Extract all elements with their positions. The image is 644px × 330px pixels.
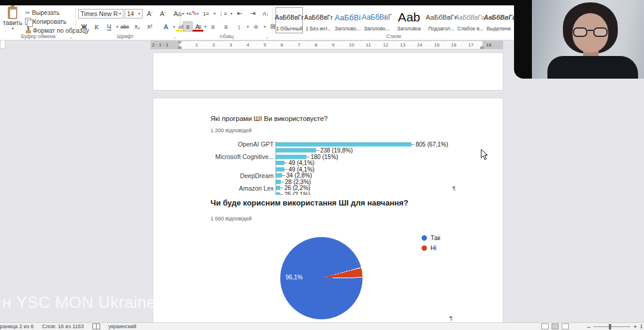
style-card-1-без-инт-[interactable]: АаБбВвГг1 Без инт... [305,7,332,33]
decrease-indent-button[interactable]: ⇤ [234,8,246,18]
style-name: 1 Обычный [276,26,302,32]
justify-button[interactable]: ≡ [220,21,232,32]
web-layout-button[interactable] [562,323,569,329]
cut-label: Вырезать [32,9,60,16]
style-card-заголово-[interactable]: АаБбВіЗаголово... [334,7,361,33]
bar-plot: 805 (67,1%) [275,141,448,148]
shrink-font-button[interactable]: Аˇ [157,8,169,18]
bar-leader-line [284,163,287,163]
grow-font-button[interactable]: Аˆ [144,8,156,18]
ruler-tick: · [222,41,224,49]
ruler-tick: · [205,41,206,49]
bold-button[interactable]: Ж [78,21,90,32]
numbering-button[interactable]: 1≡ [200,8,212,18]
ruler-tick: · [341,41,343,49]
paragraph-dialog-launcher[interactable]: ⌟ [266,34,268,39]
bar-row: DeepDream34 (2,8%) [153,173,451,179]
read-mode-button[interactable] [541,323,549,329]
proofing-icon[interactable] [92,323,100,329]
italic-button[interactable]: К [91,21,103,32]
ruler-right-margin: 18 [482,41,503,49]
bar [276,186,280,190]
bar-category-label: OpenAI GPT [153,141,275,148]
align-right-button[interactable]: ≡ [207,21,219,32]
bar [276,161,284,165]
bar-value-label: 34 (2,8%) [286,172,312,179]
bar-leader-line [316,150,319,151]
document-page-2[interactable]: Які програми ШІ Ви використовуєте? 1 200… [153,98,503,322]
ruler-number: 12 [383,41,388,49]
text-effects-button[interactable]: А [160,21,172,32]
style-card-слабое-в-[interactable]: АаБбВвГг,Слабое в... [457,7,484,33]
line-spacing-button[interactable]: ↕ [233,21,245,32]
font-size-value: 14 [127,10,134,17]
word-count[interactable]: Слов: 16 из 1163 [42,323,83,329]
paste-button[interactable]: тавить ▾ [1,7,24,31]
zoom-slider[interactable] [593,326,630,327]
paste-dropdown-icon[interactable]: ▾ [2,26,24,31]
ruler-tick: · [273,41,274,49]
cut-button[interactable]: ✂ Вырезать [25,9,60,16]
style-name: 1 Без инт... [306,26,332,32]
style-card-заголовок[interactable]: АаbЗаголовок [392,7,426,33]
underline-dropdown-icon[interactable]: ▾ [116,24,118,29]
font-name-combo[interactable]: Times New R ▾ [78,9,123,18]
pie-legend: ТакНі [422,234,440,251]
text-effects-dropdown-icon[interactable]: ▾ [173,24,175,29]
ribbon-divider [180,8,181,34]
bullets-button[interactable]: •≡ [183,8,195,18]
superscript-button[interactable]: x² [144,21,156,32]
clipboard-dialog-launcher[interactable]: ⌟ [70,34,72,39]
person-glasses [573,27,608,38]
font-dialog-launcher[interactable]: ⌟ [174,34,176,39]
webcam-video-tile[interactable] [514,0,644,79]
copy-button[interactable]: Копировать [25,18,67,25]
ruler-tick: · [290,41,292,49]
zoom-slider-thumb[interactable] [609,324,611,329]
bar-leader-line [282,175,285,176]
font-size-dropdown-icon: ▾ [138,11,140,16]
webcam-video [532,0,644,79]
bar-leader-line [284,169,287,170]
zoom-in-button[interactable]: + [633,323,637,330]
document-page-1-bottom[interactable] [153,52,503,91]
print-layout-button[interactable] [552,323,559,329]
ruler-number: 10 [349,41,354,49]
bar [276,173,282,178]
underline-button[interactable]: Ч [103,21,115,32]
style-card-1-обычный[interactable]: АаБбВвГг1 Обычный [275,7,303,33]
horizontal-ruler[interactable]: 2 · 1 · 1 18 1234567891011121314151617··… [150,41,503,49]
ruler-tick: · [443,41,445,49]
ruler-number: 15 [434,41,439,49]
bar-plot: 25 (2,1%) [275,191,310,195]
align-center-button[interactable]: ≡ [194,21,206,32]
style-name: Заголово... [335,26,360,32]
page-indicator[interactable]: Страница 2 из 6 [0,323,33,329]
bar-category-label: Amazon Lex [153,185,275,192]
bar-row: Microsoft Cognitive...180 (15%) [153,154,451,160]
zoom-percentage[interactable]: 1 [640,323,643,329]
ruler-tick: · [409,41,411,49]
legend-item: Ні [422,244,440,251]
strikethrough-button[interactable]: abc [119,21,131,32]
zoom-out-button[interactable]: – [587,323,591,330]
paste-label: тавить [1,19,24,26]
legend-dot [422,245,427,251]
font-size-combo[interactable]: 14 ▾ [125,9,143,18]
increase-indent-button[interactable]: ⇥ [247,8,259,18]
multilevel-list-button[interactable]: ⋮≡ [217,8,229,18]
style-card-выделени-[interactable]: АаБбВвГгВыделени... [486,7,513,33]
bar [276,167,284,172]
ruler-tick: · [478,41,479,49]
bar [276,142,411,147]
align-left-button[interactable]: ≡ [183,21,193,32]
bar-value-label: 238 (19,8%) [320,147,352,154]
subscript-button[interactable]: x₂ [131,21,143,32]
style-card-подзагол-[interactable]: АаБбВвГгПодзагол... [428,7,455,33]
bar-plot: 238 (19,8%) [275,148,352,154]
language-indicator[interactable]: украинский [109,323,137,329]
shading-button[interactable]: ◆ [250,21,262,32]
style-card-заголово-[interactable]: АаБбВвГЗаголово... [363,7,391,33]
bar-chart-subtitle: 1 200 відповідей [210,127,252,133]
sort-button[interactable]: А↓ [260,8,272,18]
